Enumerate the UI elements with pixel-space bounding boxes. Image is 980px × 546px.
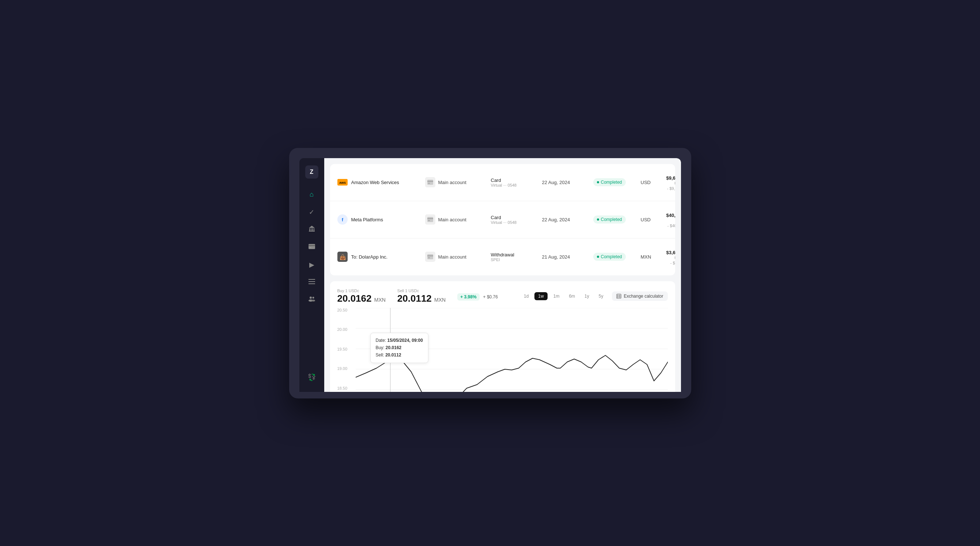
chart-badges: + 3.98% + $0.76	[457, 293, 498, 301]
users-icon	[308, 296, 315, 303]
svg-rect-0	[309, 228, 310, 231]
chart-cursor-dot	[388, 354, 392, 357]
svg-rect-28	[427, 254, 433, 259]
time-btn-6m[interactable]: 6m	[565, 292, 579, 300]
status-dot	[597, 181, 599, 183]
svg-point-15	[312, 300, 315, 302]
svg-rect-23	[427, 217, 433, 222]
sidebar-item-wallet[interactable]: 💱	[304, 370, 319, 384]
status-text: Completed	[601, 180, 622, 185]
list-icon	[309, 278, 315, 286]
calculator-icon	[616, 294, 621, 299]
method-col: Card Virtual ··· 0548	[491, 178, 542, 187]
merchant-col: AWS Amazon Web Services	[337, 179, 425, 186]
svg-rect-30	[428, 257, 430, 258]
svg-text:👜: 👜	[339, 254, 346, 260]
wallet-icon: 💱	[308, 373, 316, 381]
sidebar-item-home[interactable]: ⌂	[304, 187, 319, 202]
merchant-name: Amazon Web Services	[351, 180, 399, 185]
table-row: 👜 To: DolarApp Inc.	[330, 238, 675, 275]
meta-icon: f	[337, 214, 348, 225]
method-col: Withdrawal SPEI	[491, 252, 542, 262]
svg-rect-2	[312, 228, 313, 231]
line-chart-svg	[356, 308, 668, 392]
sell-rate-block: Sell 1 USDc 20.0112 MXN	[397, 289, 445, 304]
chart-controls: 1d 1w 1m 6m 1y 5y	[520, 292, 668, 301]
main-content: AWS Amazon Web Services	[324, 158, 681, 392]
dolarapp-icon: 👜	[337, 252, 348, 262]
y-label: 19.00	[337, 366, 353, 371]
y-label: 19.50	[337, 347, 353, 351]
sell-label: Sell 1 USDc	[397, 289, 445, 293]
method-main: Card	[491, 178, 542, 183]
amount-col: - $3,684.21 USDc - $70,000 MXN	[667, 244, 675, 270]
status-badge: Completed	[593, 178, 626, 186]
svg-rect-32	[617, 295, 619, 295]
laptop-base	[299, 392, 681, 398]
merchant-name: Meta Platforms	[351, 217, 383, 222]
aws-icon: AWS	[337, 179, 348, 186]
svg-rect-20	[428, 183, 430, 184]
sidebar-logo: Z	[305, 165, 318, 179]
status-dot	[597, 218, 599, 221]
currency-col: USD	[641, 180, 667, 185]
svg-rect-25	[428, 220, 430, 221]
svg-rect-33	[619, 295, 620, 295]
amount-sub: - $70,000 MXN	[667, 261, 675, 270]
svg-rect-36	[617, 297, 619, 298]
amount-sub: - $40,093.32 USD	[667, 224, 675, 232]
svg-rect-6	[309, 244, 315, 249]
svg-text:AWS: AWS	[339, 181, 346, 184]
sidebar-item-users[interactable]	[304, 292, 319, 307]
account-icon	[425, 177, 435, 187]
svg-point-13	[312, 297, 314, 299]
currency-col: MXN	[641, 254, 667, 260]
sidebar: Z ⌂ ✓	[299, 158, 324, 392]
sidebar-item-check[interactable]: ✓	[304, 205, 319, 219]
time-btn-1m[interactable]: 1m	[550, 292, 563, 300]
sidebar-item-bank[interactable]	[304, 222, 319, 237]
chart-header: Buy 1 USDc 20.0162 MXN Sell 1 USDc 20.01…	[337, 289, 668, 304]
method-sub: Virtual ··· 0548	[491, 220, 542, 225]
account-icon	[425, 214, 435, 225]
svg-rect-8	[309, 247, 312, 248]
account-col: Main account	[425, 252, 491, 262]
sidebar-item-card[interactable]	[304, 240, 319, 254]
time-btn-5y[interactable]: 5y	[595, 292, 607, 300]
merchant-name: To: DolarApp Inc.	[351, 254, 388, 260]
status-text: Completed	[601, 217, 622, 222]
sidebar-item-play[interactable]: ▶	[304, 257, 319, 272]
svg-rect-31	[617, 294, 621, 298]
bank-icon	[309, 225, 315, 234]
check-icon: ✓	[309, 208, 314, 216]
account-name: Main account	[438, 217, 466, 222]
svg-rect-10	[309, 281, 315, 282]
method-sub: SPEI	[491, 257, 542, 262]
exchange-calc-label: Exchange calculator	[624, 294, 663, 299]
time-btn-1w[interactable]: 1w	[535, 292, 547, 300]
svg-rect-35	[619, 296, 620, 297]
account-col: Main account	[425, 214, 491, 225]
transactions-list: AWS Amazon Web Services	[330, 164, 675, 275]
y-axis-labels: 20.50 20.00 19.50 19.00 18.50 18.00	[337, 308, 354, 392]
svg-rect-24	[427, 218, 433, 219]
svg-point-12	[310, 297, 312, 299]
time-btn-1d[interactable]: 1d	[520, 292, 532, 300]
date-col: 21 Aug, 2024	[542, 254, 593, 260]
exchange-chart: Buy 1 USDc 20.0162 MXN Sell 1 USDc 20.01…	[330, 281, 675, 392]
table-row: AWS Amazon Web Services	[330, 164, 675, 201]
status-badge: Completed	[593, 216, 626, 224]
time-btn-1y[interactable]: 1y	[581, 292, 593, 300]
home-icon: ⌂	[310, 190, 313, 198]
status-col: Completed	[593, 216, 641, 224]
amount-col: - $40,093.32 USDc - $40,093.32 USD	[667, 207, 675, 232]
sidebar-item-list[interactable]	[304, 275, 319, 290]
svg-rect-11	[309, 283, 315, 284]
method-sub: Virtual ··· 0548	[491, 183, 542, 187]
account-col: Main account	[425, 177, 491, 187]
svg-rect-5	[309, 231, 315, 232]
exchange-calculator-button[interactable]: Exchange calculator	[612, 292, 667, 301]
svg-rect-18	[427, 180, 433, 185]
method-main: Card	[491, 215, 542, 220]
y-label: 20.50	[337, 308, 353, 312]
